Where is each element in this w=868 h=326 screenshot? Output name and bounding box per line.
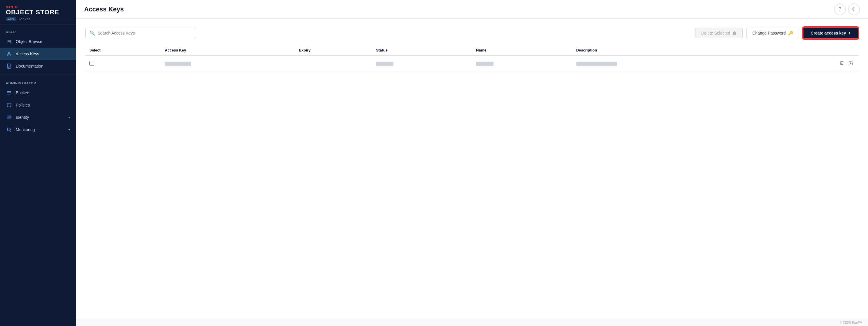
table-row (85, 56, 859, 72)
name-value (476, 62, 494, 66)
status-value (376, 62, 394, 66)
svg-line-17 (10, 131, 11, 132)
object-browser-icon: ⊞ (6, 38, 12, 45)
col-expiry: Expiry (295, 45, 372, 56)
col-select: Select (85, 45, 161, 56)
svg-point-0 (8, 52, 10, 54)
col-actions (763, 45, 859, 56)
sidebar-logo: MINIO OBJECT STORE AGPL LICENSE (0, 0, 76, 25)
row-description (572, 56, 763, 72)
access-key-value (165, 62, 191, 66)
admin-section-label: Administrator (0, 76, 76, 87)
sidebar-item-object-browser[interactable]: ⊞ Object Browser (0, 35, 76, 48)
page-title: Access Keys (84, 5, 124, 13)
sidebar-item-label: Access Keys (16, 52, 70, 56)
create-access-key-button[interactable]: Create access key + (803, 27, 859, 39)
search-icon: 🔍 (90, 30, 95, 36)
col-description: Description (572, 45, 763, 56)
row-select-cell (85, 56, 161, 72)
pencil-icon (849, 61, 854, 66)
chevron-down-icon: ▾ (68, 128, 70, 132)
main-content: Access Keys ? ☾ 🔍 Delete Selected 🗑 Chan… (76, 0, 868, 326)
row-checkbox[interactable] (89, 61, 94, 65)
trash-icon (839, 61, 844, 66)
access-keys-table: Select Access Key Expiry Status Name Des… (85, 45, 859, 72)
sidebar-item-label: Documentation (16, 64, 70, 69)
moon-icon: ☾ (852, 6, 856, 12)
sidebar: MINIO OBJECT STORE AGPL LICENSE User ⊞ O… (0, 0, 76, 326)
svg-point-10 (9, 106, 9, 106)
sidebar-item-label: Monitoring (16, 127, 67, 132)
description-value (576, 62, 617, 66)
row-status (372, 56, 472, 72)
sidebar-item-label: Object Browser (16, 39, 70, 44)
search-box: 🔍 (85, 28, 196, 38)
trash-icon: 🗑 (733, 31, 737, 35)
sidebar-item-monitoring[interactable]: Monitoring ▾ (0, 124, 76, 136)
monitoring-icon (6, 127, 12, 133)
sidebar-item-documentation[interactable]: Documentation (0, 60, 76, 72)
delete-row-button[interactable] (838, 59, 845, 67)
documentation-icon (6, 63, 12, 70)
row-expiry (295, 56, 372, 72)
sidebar-item-identity[interactable]: Identity ▾ (0, 111, 76, 124)
change-password-button[interactable]: Change Password 🔑 (746, 28, 799, 38)
sidebar-item-label: Identity (16, 115, 67, 120)
row-actions-cell (763, 56, 859, 72)
plus-icon: + (848, 31, 851, 35)
help-button[interactable]: ? (834, 3, 846, 15)
col-access-key: Access Key (161, 45, 295, 56)
help-icon: ? (839, 7, 841, 12)
svg-point-12 (8, 117, 9, 118)
edit-row-button[interactable] (847, 59, 855, 67)
change-password-label: Change Password (752, 31, 786, 35)
sidebar-item-policies[interactable]: Policies (0, 99, 76, 111)
sidebar-item-access-keys[interactable]: Access Keys (0, 48, 76, 60)
policies-icon (6, 102, 12, 108)
sidebar-item-label: Buckets (16, 90, 70, 95)
agpl-badge: AGPL (6, 17, 17, 21)
footer: © CSDN BlogPM (76, 319, 868, 326)
user-section-label: User (0, 25, 76, 35)
identity-icon (6, 114, 12, 120)
buckets-icon (6, 89, 12, 96)
content-area: 🔍 Delete Selected 🗑 Change Password 🔑 Cr… (76, 19, 868, 319)
topbar-actions: ? ☾ (834, 3, 860, 15)
footer-text: © CSDN BlogPM (840, 321, 862, 324)
chevron-down-icon: ▾ (68, 116, 70, 119)
row-name (472, 56, 572, 72)
create-label: Create access key (810, 31, 846, 35)
delete-label: Delete Selected (701, 31, 730, 35)
search-input[interactable] (97, 31, 192, 35)
topbar: Access Keys ? ☾ (76, 0, 868, 19)
delete-selected-button[interactable]: Delete Selected 🗑 (695, 28, 743, 38)
sidebar-item-label: Policies (16, 103, 70, 107)
sidebar-item-buckets[interactable]: Buckets (0, 87, 76, 99)
row-access-key (161, 56, 295, 72)
col-status: Status (372, 45, 472, 56)
product-name: OBJECT STORE (6, 9, 70, 16)
theme-toggle-button[interactable]: ☾ (848, 3, 860, 15)
sidebar-divider (0, 74, 76, 74)
access-keys-icon (6, 51, 12, 57)
svg-point-16 (7, 128, 10, 131)
col-name: Name (472, 45, 572, 56)
toolbar: 🔍 Delete Selected 🗑 Change Password 🔑 Cr… (85, 27, 859, 39)
license-badge: AGPL LICENSE (6, 17, 31, 21)
key-icon: 🔑 (788, 31, 793, 35)
row-actions (767, 59, 855, 67)
